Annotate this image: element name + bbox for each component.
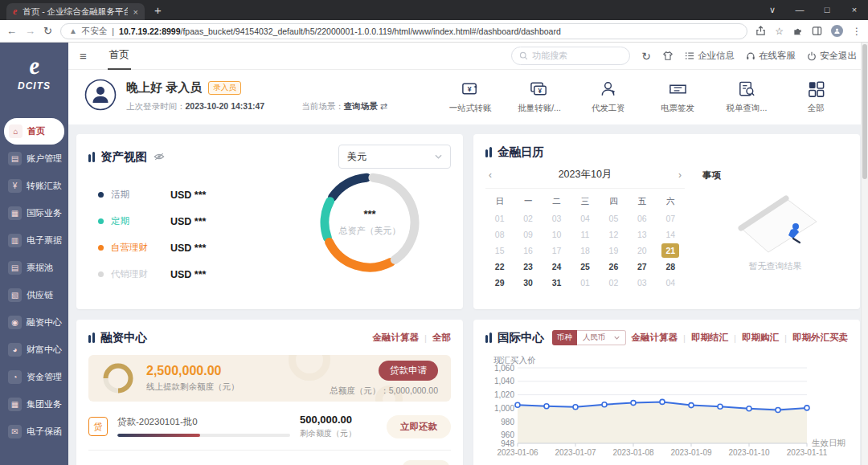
legend-value: USD *** xyxy=(170,216,206,227)
new-tab-button[interactable]: + xyxy=(154,3,162,17)
online-service-link[interactable]: 在线客服 xyxy=(746,50,796,62)
calendar-day[interactable]: 31 xyxy=(548,275,566,290)
calendar-day[interactable]: 07 xyxy=(661,211,679,226)
calendar-day[interactable]: 14 xyxy=(661,227,679,242)
svg-text:1,000: 1,000 xyxy=(494,404,514,413)
financial-calculator-link[interactable]: 金融计算器 xyxy=(632,332,678,344)
window-chevron-icon[interactable]: ∨ xyxy=(759,0,786,20)
safe-exit-link[interactable]: 安全退出 xyxy=(807,50,857,62)
quick-action-ebill-issue[interactable]: 电票签发 xyxy=(653,80,702,114)
calendar-day[interactable]: 04 xyxy=(661,275,679,290)
events-title: 事项 xyxy=(702,169,848,182)
calendar-day[interactable]: 23 xyxy=(519,259,537,274)
user-avatar[interactable] xyxy=(84,79,117,114)
quick-action-payroll[interactable]: 代发工资 xyxy=(583,80,633,114)
sidebar-item-label: 供应链 xyxy=(27,289,53,301)
tab-close-icon[interactable]: × xyxy=(133,7,138,17)
calendar-day[interactable]: 05 xyxy=(604,211,622,226)
calendar-day[interactable]: 17 xyxy=(548,243,566,258)
share-icon[interactable] xyxy=(755,26,766,36)
sidebar-item-wealth[interactable]: ◕财富中心 xyxy=(0,337,68,363)
calendar-day[interactable]: 01 xyxy=(576,275,594,290)
profile-avatar-icon[interactable] xyxy=(831,25,843,37)
currency-select[interactable]: 美元 xyxy=(338,145,451,169)
quick-action-batch-transfer[interactable]: ¥ 批量转账/... xyxy=(514,80,564,114)
calendar-day[interactable]: 25 xyxy=(576,259,594,274)
calendar-day[interactable]: 30 xyxy=(519,275,537,290)
quick-action-tax-query[interactable]: 税单查询... xyxy=(722,80,772,114)
spot-purchase-link[interactable]: 即期购汇 xyxy=(742,332,779,344)
calendar-day[interactable]: 20 xyxy=(633,243,651,258)
loan-apply-button[interactable]: 贷款申请 xyxy=(379,361,438,381)
collapse-menu-icon[interactable]: ≡ xyxy=(80,49,87,63)
calendar-day[interactable]: 15 xyxy=(491,243,509,258)
calendar-day[interactable]: 19 xyxy=(604,243,622,258)
calendar-day[interactable]: 10 xyxy=(548,227,566,242)
all-link[interactable]: 全部 xyxy=(432,332,451,344)
sidebar-item-e-bill[interactable]: ▥电子票据 xyxy=(0,227,68,254)
currency-type-selector[interactable]: 币种 人民币 xyxy=(552,330,626,345)
financial-calculator-link[interactable]: 金融计算器 xyxy=(373,332,420,344)
switch-scene-icon[interactable]: ⇄ xyxy=(380,101,387,111)
calendar-day[interactable]: 26 xyxy=(604,259,622,274)
window-close-button[interactable]: × xyxy=(841,0,868,20)
calendar-day[interactable]: 01 xyxy=(491,211,509,226)
browser-tab[interactable]: e 首页 - 企业综合金融服务平台 × xyxy=(6,3,145,20)
toggle-visibility-eye-icon[interactable] xyxy=(154,152,165,161)
calendar-day-selected[interactable]: 21 xyxy=(661,243,679,258)
enterprise-info-link[interactable]: 企业信息 xyxy=(685,50,735,62)
calendar-day[interactable]: 06 xyxy=(633,211,651,226)
scrollbar-thumb[interactable] xyxy=(862,44,867,179)
sidebar-item-home[interactable]: ⌂首页 xyxy=(4,118,64,145)
calendar-day[interactable]: 03 xyxy=(548,211,566,226)
quick-action-all[interactable]: 全部 xyxy=(791,80,841,114)
refresh-icon[interactable]: ↻ xyxy=(641,50,651,63)
page-scrollbar[interactable] xyxy=(861,43,868,465)
calendar-day[interactable]: 22 xyxy=(491,259,509,274)
sidebar-item-financing[interactable]: ◉融资中心 xyxy=(0,309,68,336)
address-bar[interactable]: ▲ 不安全 | 10.7.19.22:8999/fpaas_bucket/941… xyxy=(60,23,747,39)
window-maximize-button[interactable]: □ xyxy=(813,0,841,20)
sidebar-item-international[interactable]: ▦国际业务 xyxy=(0,200,68,226)
calendar-day[interactable]: 08 xyxy=(491,227,509,242)
spot-settlement-link[interactable]: 即期结汇 xyxy=(691,332,728,344)
calendar-day[interactable]: 29 xyxy=(491,275,509,290)
search-input[interactable]: 功能搜索 xyxy=(511,47,630,65)
reload-icon[interactable]: ↻ xyxy=(43,25,52,37)
calendar-day[interactable]: 13 xyxy=(633,227,651,242)
calendar-day[interactable]: 09 xyxy=(519,227,537,242)
quick-action-one-stop-transfer[interactable]: ¥ 一站式转账 xyxy=(445,80,495,114)
calendar-next-icon[interactable]: › xyxy=(665,169,682,181)
sidebar-item-group[interactable]: ▦集团业务 xyxy=(0,391,68,418)
bookmark-star-icon[interactable]: ☆ xyxy=(775,26,784,37)
calendar-day[interactable]: 11 xyxy=(576,227,594,242)
repay-now-button[interactable]: 立即还款 xyxy=(387,415,451,438)
calendar-day[interactable]: 02 xyxy=(604,275,622,290)
browser-menu-icon[interactable]: ⋮ xyxy=(852,26,862,37)
sidebar-item-transfer[interactable]: ¥转账汇款 xyxy=(0,173,68,199)
sidebar-item-bill-pool[interactable]: ▤票据池 xyxy=(0,255,68,281)
spot-fx-trade-link[interactable]: 即期外汇买卖 xyxy=(792,332,848,344)
tab-home[interactable]: 首页 xyxy=(108,43,131,70)
calendar-day[interactable]: 16 xyxy=(519,243,537,258)
forward-icon[interactable]: → xyxy=(25,25,35,37)
repay-button-partial[interactable] xyxy=(403,460,449,465)
calendar-prev-icon[interactable]: ‹ xyxy=(489,169,505,181)
calendar-day[interactable]: 18 xyxy=(576,243,594,258)
sidebar-item-funds[interactable]: ◔资金管理 xyxy=(0,364,68,390)
window-minimize-button[interactable]: — xyxy=(786,0,813,20)
sidebar-item-supply-chain[interactable]: ▧供应链 xyxy=(0,282,68,308)
side-panel-icon[interactable] xyxy=(812,26,822,36)
calendar-day[interactable]: 27 xyxy=(633,259,651,274)
theme-skin-icon[interactable] xyxy=(662,51,674,61)
calendar-day[interactable]: 28 xyxy=(661,259,679,274)
sidebar-item-accounts[interactable]: ▤账户管理 xyxy=(0,145,68,172)
calendar-day[interactable]: 24 xyxy=(548,259,566,274)
calendar-day[interactable]: 04 xyxy=(576,211,594,226)
calendar-day[interactable]: 12 xyxy=(604,227,622,242)
calendar-day[interactable]: 03 xyxy=(633,275,651,290)
sidebar-item-e-guarantee[interactable]: ✉电子保函 xyxy=(0,418,68,445)
calendar-day[interactable]: 02 xyxy=(519,211,537,226)
back-icon[interactable]: ← xyxy=(6,25,17,37)
extensions-icon[interactable] xyxy=(792,26,803,36)
